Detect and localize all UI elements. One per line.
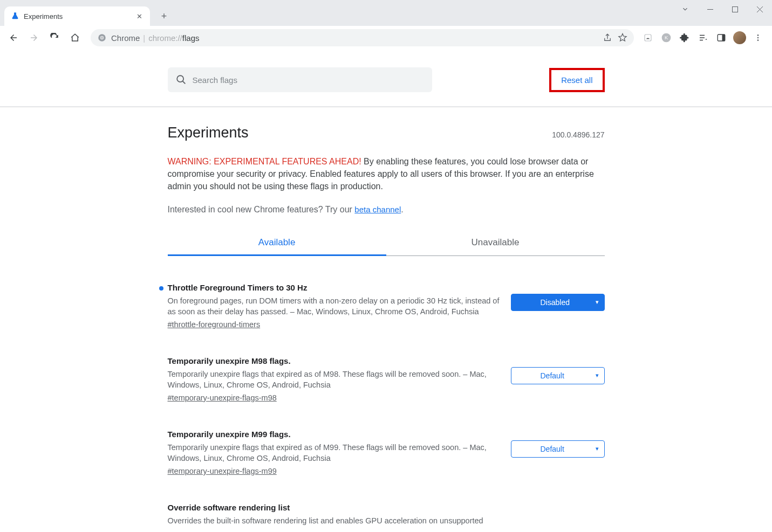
flag-select[interactable]: Default▾	[511, 367, 605, 384]
flag-title: Temporarily unexpire M99 flags.	[168, 430, 502, 439]
chevron-down-icon: ▾	[596, 372, 599, 379]
flag-item: Temporarily unexpire M99 flags. Temporar…	[168, 430, 605, 476]
svg-point-11	[757, 37, 759, 39]
flag-item: Override software rendering list Overrid…	[168, 503, 605, 529]
window-close-icon[interactable]	[747, 0, 772, 18]
menu-icon[interactable]	[750, 30, 766, 45]
omnibox[interactable]: Chrome | chrome://flags	[91, 29, 634, 46]
flask-icon	[11, 12, 19, 20]
forward-button[interactable]	[25, 29, 43, 47]
flag-anchor-link[interactable]: #temporary-unexpire-flags-m99	[168, 467, 277, 475]
minimize-icon[interactable]	[698, 0, 722, 18]
flag-title: Temporarily unexpire M98 flags.	[168, 356, 502, 365]
svg-point-13	[177, 75, 183, 82]
omnibox-text: Chrome | chrome://flags	[111, 33, 199, 43]
beta-channel-link[interactable]: beta channel	[354, 205, 401, 214]
svg-text:K: K	[665, 35, 668, 40]
version-text: 100.0.4896.127	[552, 130, 604, 139]
flag-select[interactable]: Disabled▾	[511, 294, 605, 311]
flag-description: Overrides the built-in software renderin…	[168, 515, 502, 527]
window-dropdown-icon[interactable]	[673, 0, 698, 18]
svg-point-4	[101, 37, 104, 39]
svg-rect-5	[645, 34, 651, 41]
flag-anchor-link[interactable]: #throttle-foreground-timers	[168, 320, 261, 329]
toolbar: Chrome | chrome://flags K	[0, 26, 772, 50]
flag-select-value: Disabled	[541, 298, 570, 307]
home-button[interactable]	[66, 29, 84, 47]
extensions-icon[interactable]	[677, 30, 692, 45]
bookmark-icon[interactable]	[618, 33, 627, 43]
search-icon	[175, 74, 187, 86]
modified-dot-icon	[159, 286, 163, 291]
svg-rect-0	[707, 9, 713, 10]
search-input[interactable]	[193, 75, 425, 85]
beta-channel-text: Interested in cool new Chrome features? …	[168, 205, 605, 215]
browser-tab[interactable]: Experiments ✕	[4, 6, 150, 26]
new-tab-button[interactable]: +	[156, 9, 172, 24]
flag-description: Temporarily unexpire flags that expired …	[168, 442, 502, 464]
tab-title: Experiments	[24, 12, 131, 20]
svg-rect-9	[722, 34, 725, 41]
page-title: Experiments	[168, 125, 249, 141]
share-icon[interactable]	[603, 33, 612, 43]
close-icon[interactable]: ✕	[135, 12, 144, 20]
search-box	[168, 67, 432, 92]
tab-unavailable[interactable]: Unavailable	[386, 231, 605, 255]
window-controls	[673, 0, 772, 18]
svg-point-10	[757, 34, 759, 36]
site-info-icon[interactable]	[97, 33, 107, 43]
flag-select[interactable]: Default▾	[511, 440, 605, 458]
flag-item: Temporarily unexpire M98 flags. Temporar…	[168, 356, 605, 403]
chevron-down-icon: ▾	[596, 299, 599, 306]
svg-point-12	[757, 39, 759, 41]
reset-all-highlight: Reset all	[549, 68, 604, 92]
flag-title: Throttle Foreground Timers to 30 Hz	[168, 283, 502, 292]
profile-avatar[interactable]	[732, 30, 747, 45]
warning-text: WARNING: EXPERIMENTAL FEATURES AHEAD! By…	[168, 155, 605, 193]
flag-item: Throttle Foreground Timers to 30 Hz On f…	[168, 283, 605, 329]
flag-description: Temporarily unexpire flags that expired …	[168, 369, 502, 391]
extension-icon-1[interactable]	[640, 30, 655, 45]
reset-all-button[interactable]: Reset all	[551, 70, 602, 90]
flag-anchor-link[interactable]: #temporary-unexpire-flags-m98	[168, 393, 277, 402]
flag-select-value: Default	[541, 445, 564, 453]
reload-button[interactable]	[45, 29, 64, 47]
content-scroll[interactable]: Reset all Experiments 100.0.4896.127 WAR…	[0, 50, 772, 532]
svg-rect-1	[732, 6, 737, 12]
flag-title: Override software rendering list	[168, 503, 502, 512]
reading-list-icon[interactable]	[695, 30, 710, 45]
tab-available[interactable]: Available	[168, 231, 386, 255]
tabs: Available Unavailable	[168, 231, 605, 256]
maximize-icon[interactable]	[722, 0, 747, 18]
extension-icon-2[interactable]: K	[659, 30, 674, 45]
flag-description: On foreground pages, run DOM timers with…	[168, 295, 502, 317]
back-button[interactable]	[4, 29, 23, 47]
flag-select-value: Default	[541, 371, 564, 380]
chevron-down-icon: ▾	[596, 445, 599, 452]
side-panel-icon[interactable]	[714, 30, 729, 45]
tab-strip: Experiments ✕ +	[0, 0, 772, 26]
